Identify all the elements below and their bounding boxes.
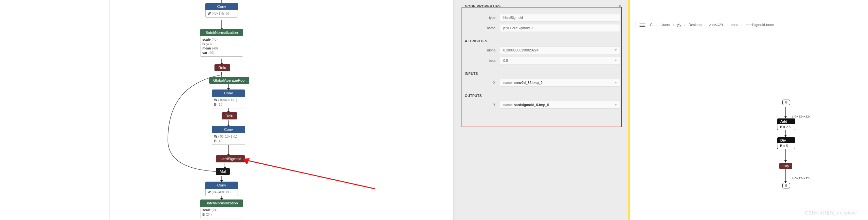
prop-label-type: type	[465, 15, 500, 20]
prop-label-y: Y	[465, 103, 500, 107]
svg-line-20	[246, 160, 375, 189]
node-relu-2[interactable]: Relu	[222, 112, 237, 119]
section-attributes: ATTRIBUTES	[453, 33, 629, 45]
node-batchnorm-1[interactable]: BatchNormalization scale ⟨40⟩ B ⟨40⟩ mea…	[200, 29, 243, 57]
panel-title: NODE PROPERTIES	[465, 4, 501, 8]
right-node-add[interactable]: Add B = 2.5	[777, 118, 795, 130]
node-conv-1[interactable]: Conv W ⟨40×1×5×5⟩	[205, 3, 238, 17]
node-title: BatchNormalization	[200, 199, 243, 207]
right-input-node[interactable]: 0	[782, 100, 790, 104]
node-globalaveragepool[interactable]: GlobalAveragePool	[209, 77, 249, 84]
section-inputs: INPUTS	[453, 66, 629, 77]
prop-label-name: name	[465, 26, 500, 30]
chevron-right-icon: ›	[673, 23, 674, 27]
node-attrs: W ⟨24×40×1×1⟩	[205, 189, 238, 196]
node-title: Relu	[222, 112, 237, 119]
chevron-right-icon: ›	[656, 23, 658, 27]
right-netron-window: C:› Users› yjy› Desktop› onnx工程› onnx› h…	[629, 0, 868, 220]
crumb[interactable]: onnx	[731, 23, 739, 27]
prop-label-alpha: alpha	[465, 48, 500, 52]
prop-value-x[interactable]: name: conv2d_82.tmp_0	[500, 79, 620, 86]
chevron-right-icon: ›	[705, 23, 706, 27]
prop-value-y[interactable]: name: hardsigmoid_0.tmp_0	[500, 101, 620, 109]
node-title: Add	[777, 118, 795, 124]
right-node-div[interactable]: Div B = 5	[777, 137, 795, 149]
io-label: 6	[782, 183, 790, 188]
annotation-arrow	[241, 156, 378, 192]
node-title: Conv	[205, 182, 238, 189]
onnx-graph[interactable]: Conv W ⟨40×1×5×5⟩ BatchNormalization sca…	[111, 0, 453, 220]
tensor-shape: 1×3×224×224	[792, 115, 811, 118]
node-conv-4[interactable]: Conv W ⟨24×40×1×1⟩	[205, 182, 238, 196]
prop-label-beta: beta	[465, 59, 500, 63]
node-title: Div	[777, 137, 795, 143]
prop-value-name[interactable]: p2o.HardSigmoid.0	[500, 24, 620, 32]
svg-marker-26	[784, 116, 787, 118]
node-attrs: B = 5	[777, 143, 795, 149]
node-title: Conv	[212, 89, 245, 97]
crumb[interactable]: C:	[650, 23, 653, 27]
chevron-right-icon: ›	[684, 23, 686, 27]
graph-edges	[111, 0, 453, 220]
crumb[interactable]: hardsigmoid.onnx	[745, 23, 774, 27]
crumb[interactable]: Users	[661, 23, 670, 27]
node-title: Mul	[216, 168, 230, 175]
breadcrumb[interactable]: C:› Users› yjy› Desktop› onnx工程› onnx› h…	[650, 22, 774, 27]
left-graph-panel: Conv W ⟨40×1×5×5⟩ BatchNormalization sca…	[0, 0, 453, 220]
tensor-shape: 1×3×224×224	[792, 176, 811, 180]
node-title: HardSigmoid	[216, 155, 245, 162]
prop-value-type[interactable]: HardSigmoid	[500, 14, 620, 22]
prop-value-alpha[interactable]: 0.20000000298023224	[500, 46, 620, 54]
right-graph-edges	[629, 85, 868, 208]
prop-value-beta[interactable]: 0.5	[500, 57, 620, 65]
right-node-clip[interactable]: Clip	[779, 163, 792, 169]
chevron-right-icon: ›	[742, 23, 743, 27]
node-title: Clip	[779, 163, 792, 169]
node-title: GlobalAveragePool	[209, 77, 249, 84]
section-outputs: OUTPUTS	[453, 88, 629, 100]
node-title: BatchNormalization	[200, 29, 243, 36]
toolbar-separator	[636, 21, 636, 28]
node-attrs: B = 2.5	[777, 124, 795, 130]
crumb[interactable]: onnx工程	[709, 22, 723, 27]
chevron-right-icon: ›	[726, 23, 728, 27]
node-properties-panel: NODE PROPERTIES × type HardSigmoid name …	[453, 0, 629, 220]
node-batchnorm-2[interactable]: BatchNormalization scale ⟨24⟩ B ⟨24⟩	[200, 199, 243, 218]
node-title: Relu	[215, 64, 230, 71]
node-attrs: W ⟨40×1×5×5⟩	[205, 10, 238, 17]
vertical-divider	[110, 0, 110, 220]
close-icon[interactable]: ×	[618, 3, 621, 9]
prop-label-x: X	[465, 81, 500, 85]
node-hardsigmoid[interactable]: HardSigmoid	[216, 155, 245, 162]
svg-marker-28	[784, 160, 787, 163]
node-title: Conv	[205, 3, 238, 10]
crumb[interactable]: Desktop	[688, 23, 702, 27]
crumb[interactable]: yjy	[677, 23, 681, 27]
node-conv-2[interactable]: Conv W ⟨10×40×1×1⟩ B ⟨10⟩	[212, 89, 245, 108]
node-attrs: W ⟨40×10×1×1⟩ B ⟨40⟩	[212, 133, 245, 145]
watermark: CSDN @曙光_deeplove	[805, 210, 857, 216]
node-attrs: scale ⟨24⟩ B ⟨24⟩	[200, 207, 243, 218]
right-output-node[interactable]: 6	[782, 184, 790, 187]
node-conv-3[interactable]: Conv W ⟨40×10×1×1⟩ B ⟨40⟩	[212, 126, 245, 145]
node-title: Conv	[212, 126, 245, 133]
svg-marker-27	[784, 135, 787, 137]
node-attrs: W ⟨10×40×1×1⟩ B ⟨10⟩	[212, 97, 245, 108]
node-attrs: scale ⟨40⟩ B ⟨40⟩ mean ⟨40⟩ var ⟨40⟩	[200, 36, 243, 57]
hamburger-icon[interactable]	[640, 23, 645, 27]
node-relu-1[interactable]: Relu	[215, 64, 230, 71]
node-mul[interactable]: Mul	[216, 168, 230, 175]
window-divider	[628, 0, 630, 220]
io-label: 0	[782, 100, 790, 105]
